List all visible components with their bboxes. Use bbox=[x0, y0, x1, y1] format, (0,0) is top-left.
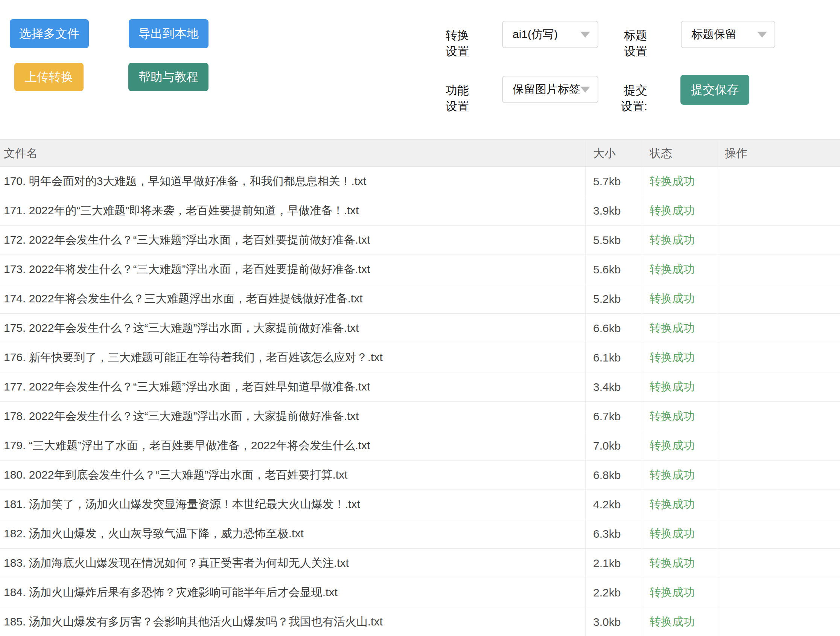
file-status-cell: 转换成功 bbox=[642, 460, 717, 489]
table-row: 172. 2022年会发生什么？“三大难题”浮出水面，老百姓要提前做好准备.tx… bbox=[0, 226, 840, 255]
table-row: 184. 汤加火山爆炸后果有多恐怖？灾难影响可能半年后才会显现.txt2.2kb… bbox=[0, 578, 840, 608]
file-size-cell: 7.0kb bbox=[585, 431, 642, 460]
file-size-cell: 3.4kb bbox=[585, 372, 642, 402]
file-status-cell: 转换成功 bbox=[642, 490, 717, 519]
convert-setting-value: ai1(仿写) bbox=[513, 27, 580, 42]
function-setting-select[interactable]: 保留图片标签 bbox=[502, 76, 598, 103]
file-status-cell: 转换成功 bbox=[642, 284, 717, 313]
function-setting-label: 功能设置 bbox=[434, 82, 469, 114]
table-row: 180. 2022年到底会发生什么？“三大难题”浮出水面，老百姓要打算.txt6… bbox=[0, 460, 840, 490]
toolbar: 选择多文件 导出到本地 上传转换 帮助与教程 转换设置 ai1(仿写) 标题设置… bbox=[0, 0, 840, 139]
submit-setting-label: 提交设置: bbox=[613, 82, 647, 114]
table-row: 171. 2022年的“三大难题”即将来袭，老百姓要提前知道，早做准备！.txt… bbox=[0, 196, 840, 226]
file-name-cell: 179. “三大难题”浮出了水面，老百姓要早做准备，2022年将会发生什么.tx… bbox=[0, 431, 585, 460]
file-name-cell: 171. 2022年的“三大难题”即将来袭，老百姓要提前知道，早做准备！.txt bbox=[0, 196, 585, 225]
export-to-local-button[interactable]: 导出到本地 bbox=[129, 19, 208, 48]
chevron-down-icon bbox=[580, 87, 590, 93]
file-action-cell bbox=[717, 314, 840, 343]
table-row: 181. 汤加笑了，汤加火山爆发突显海量资源！本世纪最大火山爆发！.txt4.2… bbox=[0, 490, 840, 519]
file-status-cell: 转换成功 bbox=[642, 608, 717, 636]
file-size-cell: 6.3kb bbox=[585, 519, 642, 548]
file-name-cell: 182. 汤加火山爆发，火山灰导致气温下降，威力恐怖至极.txt bbox=[0, 519, 585, 548]
file-size-cell: 6.7kb bbox=[585, 402, 642, 431]
file-name-cell: 176. 新年快要到了，三大难题可能正在等待着我们，老百姓该怎么应对？.txt bbox=[0, 343, 585, 372]
file-status-cell: 转换成功 bbox=[642, 196, 717, 225]
file-action-cell bbox=[717, 284, 840, 313]
table-row: 174. 2022年将会发生什么？三大难题浮出水面，老百姓提钱做好准备.txt5… bbox=[0, 284, 840, 314]
submit-save-button[interactable]: 提交保存 bbox=[681, 75, 749, 105]
function-setting-value: 保留图片标签 bbox=[513, 82, 580, 97]
table-row: 176. 新年快要到了，三大难题可能正在等待着我们，老百姓该怎么应对？.txt6… bbox=[0, 343, 840, 372]
file-action-cell bbox=[717, 431, 840, 460]
file-size-cell: 6.6kb bbox=[585, 314, 642, 343]
file-status-cell: 转换成功 bbox=[642, 549, 717, 577]
chevron-down-icon bbox=[580, 32, 590, 38]
file-action-cell bbox=[717, 549, 840, 577]
file-status-cell: 转换成功 bbox=[642, 402, 717, 431]
file-action-cell bbox=[717, 460, 840, 489]
file-action-cell bbox=[717, 608, 840, 636]
convert-setting-select[interactable]: ai1(仿写) bbox=[502, 21, 598, 48]
file-action-cell bbox=[717, 167, 840, 196]
column-header-filename: 文件名 bbox=[0, 140, 585, 166]
file-name-cell: 174. 2022年将会发生什么？三大难题浮出水面，老百姓提钱做好准备.txt bbox=[0, 284, 585, 313]
table-row: 185. 汤加火山爆发有多厉害？会影响其他活火山爆发吗？我国也有活火山.txt3… bbox=[0, 608, 840, 636]
upload-convert-button[interactable]: 上传转换 bbox=[14, 63, 84, 91]
file-table-body: 170. 明年会面对的3大难题，早知道早做好准备，和我们都息息相关！.txt5.… bbox=[0, 167, 840, 636]
file-status-cell: 转换成功 bbox=[642, 255, 717, 284]
convert-setting-label: 转换设置 bbox=[434, 27, 469, 60]
file-size-cell: 5.2kb bbox=[585, 284, 642, 313]
file-status-cell: 转换成功 bbox=[642, 519, 717, 548]
table-row: 175. 2022年会发生什么？这“三大难题”浮出水面，大家提前做好准备.txt… bbox=[0, 314, 840, 343]
file-size-cell: 5.6kb bbox=[585, 255, 642, 284]
file-action-cell bbox=[717, 490, 840, 519]
file-name-cell: 183. 汤加海底火山爆发现在情况如何？真正受害者为何却无人关注.txt bbox=[0, 549, 585, 577]
file-action-cell bbox=[717, 226, 840, 255]
table-row: 183. 汤加海底火山爆发现在情况如何？真正受害者为何却无人关注.txt2.1k… bbox=[0, 549, 840, 578]
file-action-cell bbox=[717, 402, 840, 431]
file-name-cell: 180. 2022年到底会发生什么？“三大难题”浮出水面，老百姓要打算.txt bbox=[0, 460, 585, 489]
table-row: 182. 汤加火山爆发，火山灰导致气温下降，威力恐怖至极.txt6.3kb转换成… bbox=[0, 519, 840, 549]
file-action-cell bbox=[717, 578, 840, 607]
table-row: 179. “三大难题”浮出了水面，老百姓要早做准备，2022年将会发生什么.tx… bbox=[0, 431, 840, 460]
file-name-cell: 184. 汤加火山爆炸后果有多恐怖？灾难影响可能半年后才会显现.txt bbox=[0, 578, 585, 607]
file-name-cell: 173. 2022年将发生什么？“三大难题”浮出水面，老百姓要提前做好准备.tx… bbox=[0, 255, 585, 284]
file-action-cell bbox=[717, 343, 840, 372]
table-row: 170. 明年会面对的3大难题，早知道早做好准备，和我们都息息相关！.txt5.… bbox=[0, 167, 840, 196]
file-status-cell: 转换成功 bbox=[642, 314, 717, 343]
file-size-cell: 4.2kb bbox=[585, 490, 642, 519]
file-status-cell: 转换成功 bbox=[642, 372, 717, 402]
file-size-cell: 6.1kb bbox=[585, 343, 642, 372]
column-header-action: 操作 bbox=[717, 140, 840, 166]
file-table: 文件名 大小 状态 操作 170. 明年会面对的3大难题，早知道早做好准备，和我… bbox=[0, 139, 840, 636]
file-name-cell: 175. 2022年会发生什么？这“三大难题”浮出水面，大家提前做好准备.txt bbox=[0, 314, 585, 343]
column-header-size: 大小 bbox=[585, 140, 642, 166]
help-tutorial-button[interactable]: 帮助与教程 bbox=[128, 63, 208, 91]
file-name-cell: 172. 2022年会发生什么？“三大难题”浮出水面，老百姓要提前做好准备.tx… bbox=[0, 226, 585, 255]
file-size-cell: 5.5kb bbox=[585, 226, 642, 255]
table-row: 178. 2022年会发生什么？这“三大难题”浮出水面，大家提前做好准备.txt… bbox=[0, 402, 840, 431]
table-row: 173. 2022年将发生什么？“三大难题”浮出水面，老百姓要提前做好准备.tx… bbox=[0, 255, 840, 284]
file-status-cell: 转换成功 bbox=[642, 431, 717, 460]
file-name-cell: 177. 2022年会发生什么？“三大难题”浮出水面，老百姓早知道早做准备.tx… bbox=[0, 372, 585, 402]
file-name-cell: 178. 2022年会发生什么？这“三大难题”浮出水面，大家提前做好准备.txt bbox=[0, 402, 585, 431]
file-size-cell: 3.0kb bbox=[585, 608, 642, 636]
file-action-cell bbox=[717, 519, 840, 548]
file-status-cell: 转换成功 bbox=[642, 578, 717, 607]
file-table-header: 文件名 大小 状态 操作 bbox=[0, 139, 840, 167]
file-action-cell bbox=[717, 196, 840, 225]
file-size-cell: 5.7kb bbox=[585, 167, 642, 196]
file-action-cell bbox=[717, 372, 840, 402]
table-row: 177. 2022年会发生什么？“三大难题”浮出水面，老百姓早知道早做准备.tx… bbox=[0, 372, 840, 402]
title-setting-label: 标题设置 bbox=[613, 27, 647, 60]
title-setting-value: 标题保留 bbox=[692, 27, 757, 42]
file-size-cell: 6.8kb bbox=[585, 460, 642, 489]
file-status-cell: 转换成功 bbox=[642, 226, 717, 255]
file-status-cell: 转换成功 bbox=[642, 167, 717, 196]
title-setting-select[interactable]: 标题保留 bbox=[681, 21, 775, 48]
file-size-cell: 3.9kb bbox=[585, 196, 642, 225]
file-action-cell bbox=[717, 255, 840, 284]
file-size-cell: 2.2kb bbox=[585, 578, 642, 607]
file-name-cell: 185. 汤加火山爆发有多厉害？会影响其他活火山爆发吗？我国也有活火山.txt bbox=[0, 608, 585, 636]
select-multiple-files-button[interactable]: 选择多文件 bbox=[10, 19, 89, 48]
